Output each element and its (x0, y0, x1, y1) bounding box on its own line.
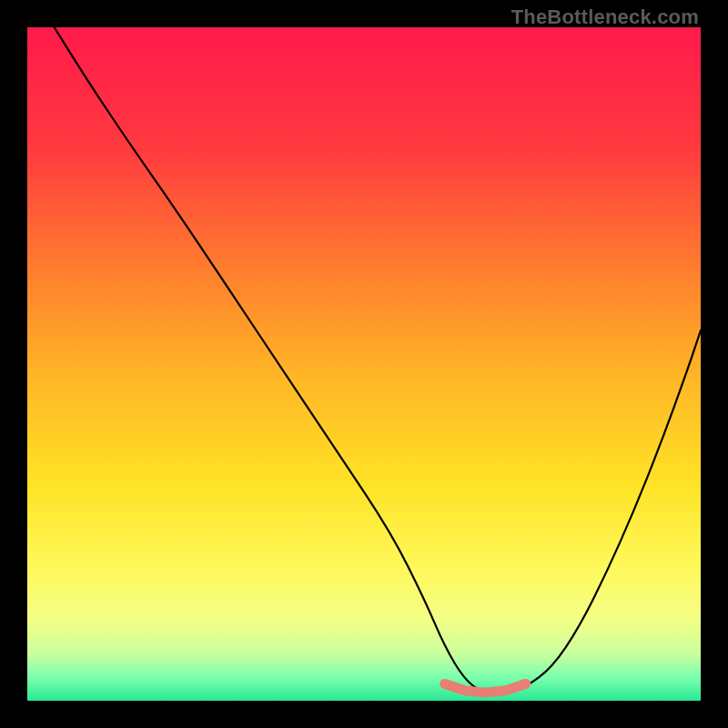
plot-area (27, 27, 701, 701)
bottleneck-curve (55, 27, 701, 694)
chart-lines (27, 27, 701, 701)
chart-frame: TheBottleneck.com (0, 0, 728, 728)
optimal-band (445, 684, 526, 693)
watermark-text: TheBottleneck.com (511, 5, 699, 29)
